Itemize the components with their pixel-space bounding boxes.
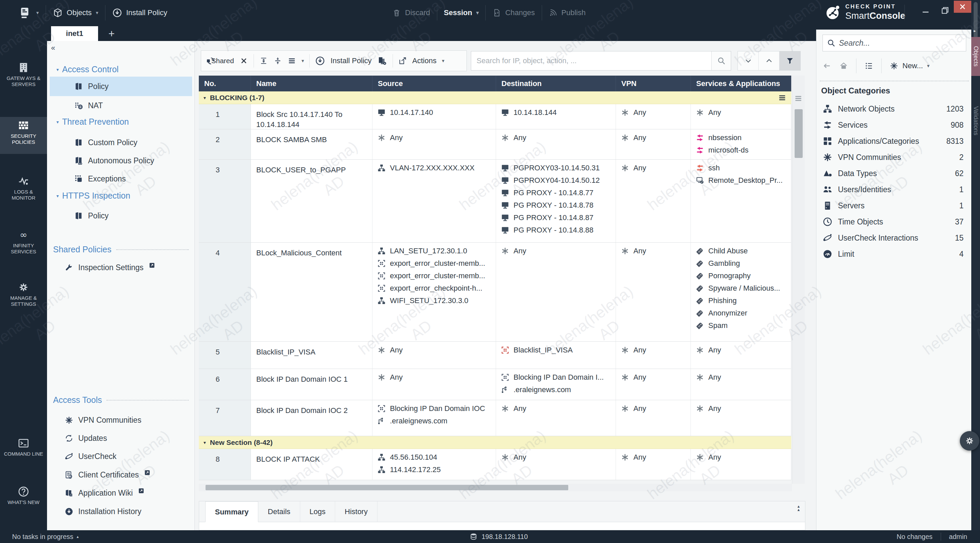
source-entity[interactable]: Any: [372, 131, 496, 144]
delete-rule-icon[interactable]: [239, 56, 248, 65]
nav-item-vpn-communities[interactable]: VPN Communities: [47, 413, 195, 427]
new-object-button[interactable]: New... ▾: [890, 62, 930, 70]
rule-row-7[interactable]: 7Block IP Dan Domain IOC 2Blocking IP Da…: [199, 400, 791, 436]
destination-entity[interactable]: Any: [496, 245, 616, 257]
nav-item-installation-history[interactable]: Installation History: [47, 505, 195, 518]
destination-entity[interactable]: Blacklist_IP_VISA: [496, 344, 616, 356]
column-source[interactable]: Source: [372, 76, 496, 91]
section-menu-icon[interactable]: [778, 93, 787, 102]
rail-item-manage-settings[interactable]: MANAGE & SETTINGS: [0, 279, 47, 316]
search-button[interactable]: [711, 51, 731, 70]
find-prev-button[interactable]: [759, 51, 780, 70]
new-tab-button[interactable]: +: [104, 26, 119, 41]
nav-item-access-control-nat[interactable]: NAT: [50, 99, 192, 112]
source-entity[interactable]: VLAN-172.XXX.XXX.XXX: [372, 162, 496, 174]
column-no[interactable]: No.: [199, 76, 251, 91]
nav-item-application-wiki[interactable]: Application Wiki: [47, 486, 195, 500]
services-entity[interactable]: ssh: [691, 162, 791, 174]
destination-entity[interactable]: .eraleignews.com: [496, 384, 616, 396]
nav-item-threat-prevention-custom-policy[interactable]: Custom Policy: [50, 136, 192, 149]
section-blocking-1-7[interactable]: ▾BLOCKING (1-7): [199, 91, 791, 104]
tab-inet1[interactable]: inet1: [51, 26, 98, 41]
objects-search-input[interactable]: [839, 39, 962, 48]
destination-entity[interactable]: 10.14.18.144: [496, 106, 616, 119]
services-entity[interactable]: nbsession: [691, 131, 791, 144]
services-entity[interactable]: Child Abuse: [691, 245, 791, 257]
services-entity[interactable]: Pornography: [691, 269, 791, 282]
destination-entity[interactable]: PGPROXY03-10.14.50.31: [496, 162, 616, 174]
category-usercheck-interactions[interactable]: UserCheck Interactions15: [816, 230, 972, 246]
home-icon[interactable]: [839, 62, 848, 70]
services-entity[interactable]: microsoft-ds: [691, 144, 791, 156]
user-label[interactable]: admin: [949, 533, 967, 541]
services-entity[interactable]: Gambling: [691, 257, 791, 269]
services-entity[interactable]: Any: [691, 344, 791, 356]
nav-item-threat-prevention-autonomous-policy[interactable]: Autonomous Policy: [50, 154, 192, 167]
nav-section-access-control[interactable]: ▾Access Control: [56, 65, 119, 74]
rule-row-3[interactable]: 3BLOCK_USER_to_PGAPPVLAN-172.XXX.XXX.XXX…: [199, 159, 791, 243]
category-servers[interactable]: Servers1: [816, 197, 972, 214]
vpn-entity[interactable]: Any: [616, 344, 690, 356]
minimize-button[interactable]: [920, 5, 932, 16]
restore-button[interactable]: [939, 5, 951, 16]
vpn-entity[interactable]: Any: [616, 402, 690, 415]
changes-status[interactable]: No changes: [897, 533, 933, 541]
category-applications-categories[interactable]: Applications/Categories8313: [816, 133, 972, 149]
source-entity[interactable]: export_error_cluster-memb...: [372, 257, 496, 269]
rule-row-5[interactable]: 5Blacklist_IP_VISAAnyBlacklist_IP_VISAAn…: [199, 342, 791, 369]
install-policy-button-top[interactable]: Install Policy: [112, 8, 167, 18]
nav-item-usercheck[interactable]: UserCheck: [47, 450, 195, 463]
validations-side-tab[interactable]: Validations: [971, 82, 980, 159]
installation-targets-icon[interactable]: [377, 56, 387, 66]
services-entity[interactable]: Spam: [691, 319, 791, 332]
column-name[interactable]: Name: [251, 76, 372, 91]
services-entity[interactable]: Any: [691, 451, 791, 463]
services-entity[interactable]: Remote_Desktop_Pr...: [691, 174, 791, 186]
source-entity[interactable]: 45.56.150.104: [372, 451, 496, 463]
tab-history[interactable]: History: [335, 502, 377, 522]
category-data-types[interactable]: Data Types62: [816, 165, 972, 182]
category-time-objects[interactable]: Time Objects37: [816, 214, 972, 230]
nav-section-https-inspection[interactable]: ▾HTTPS Inspection: [56, 191, 130, 201]
nav-item-inspection-settings[interactable]: Inspection Settings: [47, 261, 195, 274]
source-entity[interactable]: WIFI_SETU_172.30.3.0: [372, 295, 496, 307]
rail-item-security-policies[interactable]: SECURITY POLICIES: [0, 117, 47, 154]
tab-details[interactable]: Details: [258, 502, 300, 522]
install-policy-icon[interactable]: [315, 56, 325, 66]
services-entity[interactable]: Any: [691, 402, 791, 415]
nav-item-threat-prevention-exceptions[interactable]: Exceptions: [50, 172, 192, 185]
destination-entity[interactable]: Blocking IP Dan Domain I...: [496, 371, 616, 384]
tasks-status[interactable]: No tasks in progress ▴: [12, 530, 79, 543]
tab-logs[interactable]: Logs: [300, 502, 336, 522]
horizontal-scrollbar[interactable]: [199, 484, 792, 491]
filter-button[interactable]: [780, 51, 800, 70]
vertical-scrollbar[interactable]: [792, 76, 805, 484]
rail-item-infinity-services[interactable]: ∞INFINITY SERVICES: [0, 226, 47, 263]
category-limit[interactable]: Limit4: [816, 246, 972, 262]
tab-summary[interactable]: Summary: [205, 502, 258, 522]
destination-entity[interactable]: PG PROXY - 10.14.8.77: [496, 186, 616, 199]
services-entity[interactable]: Any: [691, 371, 791, 384]
rail-item-what-s-new[interactable]: WHAT'S NEW: [0, 483, 47, 520]
discard-button[interactable]: Discard: [392, 8, 430, 17]
section-menu-icon[interactable]: [794, 94, 803, 103]
source-entity[interactable]: .eraleignews.com: [372, 415, 496, 427]
close-button[interactable]: [954, 1, 971, 13]
column-vpn[interactable]: VPN: [616, 76, 691, 91]
cell-name[interactable]: BLOCK_USER_to_PGAPP: [251, 159, 372, 242]
rule-row-4[interactable]: 4BLock_Malicious_ContentLAN_SETU_172.30.…: [199, 243, 791, 342]
expand-rows-icon[interactable]: [259, 56, 268, 65]
section-new-section-8-42[interactable]: ▾New Section (8-42): [199, 436, 791, 449]
category-services[interactable]: Services908: [816, 117, 972, 133]
destination-entity[interactable]: PGPROXY04-10.14.50.12: [496, 174, 616, 186]
actions-label[interactable]: Actions: [412, 56, 437, 65]
column-destination[interactable]: Destination: [496, 76, 616, 91]
find-next-button[interactable]: [738, 51, 759, 70]
source-entity[interactable]: 10.14.17.140: [372, 106, 496, 119]
rulebase-search-input[interactable]: [471, 51, 711, 70]
nav-section-threat-prevention[interactable]: ▾Threat Prevention: [56, 117, 129, 127]
install-policy-label[interactable]: Install Policy: [331, 56, 371, 65]
source-entity[interactable]: LAN_SETU_172.30.1.0: [372, 245, 496, 257]
cell-name[interactable]: Blacklist_IP_VISA: [251, 342, 372, 369]
actions-export-icon[interactable]: [398, 56, 407, 65]
